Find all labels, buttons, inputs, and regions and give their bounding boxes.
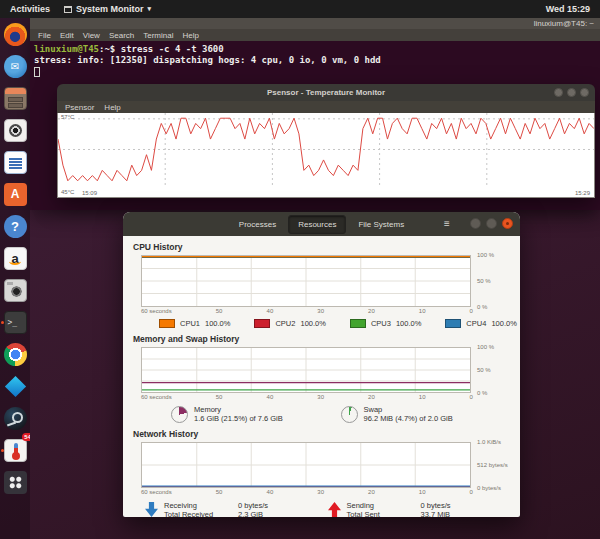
- dock-item-cheese[interactable]: [0, 277, 30, 303]
- dock-item-rhythmbox[interactable]: [0, 117, 30, 143]
- memory-legend-item[interactable]: Swap 96.2 MiB (4.7%) of 2.0 GiB: [341, 405, 511, 423]
- dock-item-file-cabinet[interactable]: [0, 85, 30, 111]
- rhythmbox-icon: [4, 119, 27, 142]
- x-tick: 0: [470, 394, 473, 400]
- amazon-icon: a: [4, 247, 27, 270]
- dock: ✉ A ? a >_ 54: [0, 18, 30, 539]
- memory-history-chart: [141, 347, 471, 393]
- memory-label: Swap: [364, 405, 453, 414]
- network-x-axis: 60 seconds50403020100: [141, 488, 473, 497]
- thunderbird-icon: ✉: [4, 55, 27, 78]
- terminal-titlebar[interactable]: linuxium@T45: ~: [30, 18, 600, 29]
- cpu-legend: CPU1 100.0% CPU2 100.0% CPU3 100.0% CPU4…: [133, 316, 510, 334]
- memory-detail: 1.6 GiB (21.5%) of 7.6 GiB: [194, 414, 283, 423]
- network-legend-item[interactable]: Receiving 0 bytes/s Total Received 2.3 G…: [145, 501, 328, 519]
- terminal-menu-item[interactable]: Search: [109, 31, 134, 40]
- terminal-menu-item[interactable]: Help: [182, 31, 198, 40]
- dock-item-software[interactable]: A: [0, 181, 30, 207]
- psensor-menubar: PsensorHelp: [57, 101, 595, 113]
- system-monitor-window: ProcessesResourcesFile Systems ≡ CPU His…: [123, 212, 520, 517]
- dock-item-steam[interactable]: [0, 405, 30, 431]
- show-applications-icon: [4, 471, 27, 494]
- memory-history-title: Memory and Swap History: [133, 334, 510, 344]
- psensor-menu-item[interactable]: Help: [104, 103, 120, 112]
- terminal-menu-item[interactable]: Edit: [60, 31, 74, 40]
- sysmon-maximize-button[interactable]: [486, 218, 497, 229]
- sysmon-minimize-button[interactable]: [470, 218, 481, 229]
- net-total: 33.7 MiB: [421, 510, 451, 519]
- firefox-icon: [4, 23, 27, 46]
- psensor-graph: 57°C 45°C 15:09 15:29: [57, 113, 595, 198]
- dock-item-show-applications[interactable]: [0, 469, 30, 495]
- network-y-axis: 1.0 KiB/s512 bytes/s0 bytes/s: [477, 439, 519, 491]
- cpu-legend-item[interactable]: CPU4 100.0%: [445, 319, 516, 328]
- dock-item-amazon[interactable]: a: [0, 245, 30, 271]
- psensor-maximize-button[interactable]: [567, 88, 576, 97]
- dock-item-help[interactable]: ?: [0, 213, 30, 239]
- cpu-y-axis: 100 %50 %0 %: [477, 252, 519, 310]
- dock-item-firefox[interactable]: [0, 21, 30, 47]
- x-tick: 20: [368, 394, 375, 400]
- terminal-menu-item[interactable]: View: [83, 31, 100, 40]
- net-total-label: Total Sent: [347, 510, 413, 519]
- terminal-menubar: FileEditViewSearchTerminalHelp: [30, 29, 600, 41]
- network-legend: Receiving 0 bytes/s Total Received 2.3 G…: [133, 497, 510, 525]
- net-label: Receiving: [164, 501, 230, 510]
- tab[interactable]: Resources: [288, 215, 346, 234]
- psensor-titlebar[interactable]: Psensor - Temperature Monitor: [57, 84, 595, 101]
- dock-item-chrome[interactable]: [0, 341, 30, 367]
- psensor-close-button[interactable]: [580, 88, 589, 97]
- cpu-value: 100.0%: [396, 319, 421, 328]
- hamburger-menu-icon[interactable]: ≡: [436, 217, 458, 231]
- activities-button[interactable]: Activities: [0, 4, 60, 14]
- steam-icon: [4, 407, 27, 430]
- cpu-legend-item[interactable]: CPU2 100.0%: [254, 319, 325, 328]
- clock[interactable]: Wed 15:29: [546, 4, 600, 14]
- cpu-value: 100.0%: [300, 319, 325, 328]
- psensor-window: Psensor - Temperature Monitor PsensorHel…: [57, 84, 595, 198]
- dock-item-terminal[interactable]: >_: [0, 309, 30, 335]
- system-monitor-headerbar[interactable]: ProcessesResourcesFile Systems ≡: [123, 212, 520, 236]
- y-tick: 1.0 KiB/s: [477, 439, 519, 445]
- cpu-history-title: CPU History: [133, 242, 510, 252]
- cpu-value: 100.0%: [205, 319, 230, 328]
- file-cabinet-icon: [4, 87, 27, 110]
- cpu-label: CPU2: [275, 319, 295, 328]
- x-tick: 30: [317, 489, 324, 495]
- chevron-down-icon: ▾: [148, 5, 152, 13]
- y-tick: 0 bytes/s: [477, 485, 519, 491]
- focused-app-menu[interactable]: System Monitor ▾: [64, 4, 151, 14]
- psensor-menu-item[interactable]: Psensor: [65, 103, 94, 112]
- x-tick: 50: [216, 308, 223, 314]
- terminal-menu-item[interactable]: Terminal: [143, 31, 173, 40]
- tab[interactable]: Processes: [229, 215, 286, 234]
- memory-legend-item[interactable]: Memory 1.6 GiB (21.5%) of 7.6 GiB: [171, 405, 341, 423]
- camera-icon: [4, 279, 27, 302]
- cpu-label: CPU4: [466, 319, 486, 328]
- psensor-temperature-chart: [58, 113, 594, 186]
- tab[interactable]: File Systems: [348, 215, 414, 234]
- network-history-chart: [141, 442, 471, 488]
- dock-item-psensor[interactable]: 54: [0, 437, 30, 463]
- cpu-value: 100.0%: [491, 319, 516, 328]
- terminal-menu-item[interactable]: File: [38, 31, 51, 40]
- cpu-label: CPU1: [180, 319, 200, 328]
- cpu-x-axis: 60 seconds50403020100: [141, 307, 473, 316]
- psensor-ymin-label: 45°C: [61, 189, 74, 195]
- cpu-legend-item[interactable]: CPU3 100.0%: [350, 319, 421, 328]
- psensor-minimize-button[interactable]: [554, 88, 563, 97]
- x-tick: 60 seconds: [141, 489, 172, 495]
- network-legend-item[interactable]: Sending 0 bytes/s Total Sent 33.7 MiB: [328, 501, 511, 519]
- dock-item-thunderbird[interactable]: ✉: [0, 53, 30, 79]
- x-tick: 10: [419, 308, 426, 314]
- memory-detail: 96.2 MiB (4.7%) of 2.0 GiB: [364, 414, 453, 423]
- dock-item-writer[interactable]: [0, 149, 30, 175]
- cpu-color-swatch: [350, 319, 366, 328]
- chrome-icon: [4, 343, 27, 366]
- sysmon-close-button[interactable]: [502, 218, 513, 229]
- dock-item-kodi[interactable]: [0, 373, 30, 399]
- x-tick: 20: [368, 308, 375, 314]
- cpu-legend-item[interactable]: CPU1 100.0%: [159, 319, 230, 328]
- x-tick: 20: [368, 489, 375, 495]
- arrow-icon: [328, 502, 341, 517]
